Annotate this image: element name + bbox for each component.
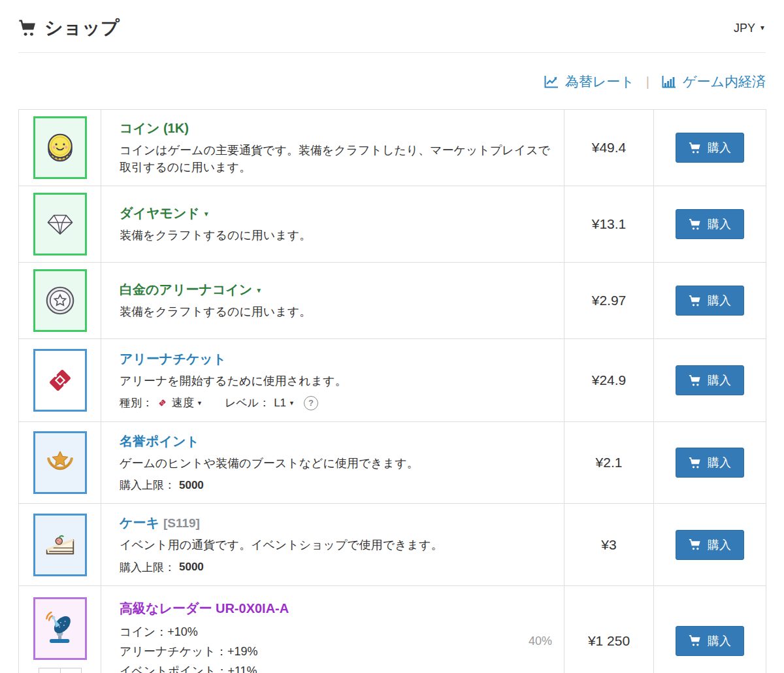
item-title-honor-points[interactable]: 名誉ポイント — [120, 433, 199, 450]
table-row-cake: ケーキ [S119] イベント用の通貨です。イベントショップで使用できます。 購… — [19, 504, 766, 586]
item-description: 装備をクラフトするのに用います。 — [120, 303, 552, 320]
buy-button-cake[interactable]: 購入 — [676, 530, 744, 560]
cart-icon — [689, 374, 701, 387]
page-title: ショップ — [18, 16, 120, 41]
shop-page: ショップ JPY ▼ 為替レート | ゲーム内経済 — [0, 0, 784, 673]
cart-icon — [689, 634, 701, 647]
shop-table: コイン (1K) コインはゲームの主要通貨です。装備をクラフトしたり、マーケット… — [18, 109, 766, 673]
buy-button-arena-ticket[interactable]: 購入 — [676, 365, 744, 395]
coin-icon — [42, 130, 78, 165]
purchase-limit: 購入上限： 5000 — [120, 478, 552, 493]
chevron-down-icon: ▼ — [759, 25, 766, 31]
item-title-diamond[interactable]: ダイヤモンド ▼ — [120, 205, 210, 222]
toolbar-separator: | — [646, 74, 649, 90]
currency-selector[interactable]: JPY ▼ — [734, 22, 766, 35]
buy-button-radar[interactable]: 購入 — [676, 626, 744, 656]
table-row-arena-ticket: アリーナチケット アリーナを開始するために使用されます。 種別： 速度 ▼ レベ… — [19, 339, 766, 422]
platinum-coin-item-image — [33, 269, 87, 332]
table-row-diamond: ダイヤモンド ▼ 装備をクラフトするのに用います。 ¥13.1 購入 — [19, 186, 766, 263]
next-button[interactable]: ▶ — [60, 668, 82, 673]
cart-icon — [689, 457, 701, 469]
exchange-rate-label: 為替レート — [565, 73, 634, 91]
table-row-coin: コイン (1K) コインはゲームの主要通貨です。装備をクラフトしたり、マーケット… — [19, 110, 766, 186]
item-price: ¥3 — [564, 504, 654, 586]
item-description: イベント用の通貨です。イベントショップで使用できます。 — [120, 536, 552, 553]
radar-item-image — [33, 597, 87, 660]
cart-icon — [689, 142, 701, 154]
chevron-down-icon: ▼ — [289, 401, 295, 406]
diamond-item-image — [33, 193, 87, 255]
item-title-radar[interactable]: 高級なレーダー UR-0X0IA-A — [120, 600, 289, 617]
table-row-honor-points: 名誉ポイント ゲームのヒントや装備のブーストなどに使用できます。 購入上限： 5… — [19, 422, 766, 504]
item-price: ¥2.1 — [564, 422, 654, 504]
chevron-down-icon: ▼ — [255, 287, 262, 294]
item-price: ¥13.1 — [564, 186, 654, 263]
limit-label: 購入上限： — [120, 560, 175, 575]
item-title-arena-ticket[interactable]: アリーナチケット — [120, 350, 226, 368]
boost-line: イベントポイント：+11% — [120, 662, 552, 673]
buy-button-platinum-coin[interactable]: 購入 — [676, 286, 744, 316]
limit-value: 5000 — [179, 561, 204, 574]
boost-line: コイン：+10% — [120, 623, 552, 642]
purchase-limit: 購入上限： 5000 — [120, 560, 552, 575]
buy-button-honor-points[interactable]: 購入 — [676, 448, 744, 478]
cake-icon — [42, 527, 78, 563]
economy-label: ゲーム内経済 — [683, 73, 766, 91]
item-meta: 種別： 速度 ▼ レベル： L1 ▼ ? — [120, 395, 552, 410]
header: ショップ JPY ▼ — [18, 0, 766, 48]
carousel-pager: ◀ ▶ — [39, 668, 82, 673]
discount-percent: 40% — [529, 634, 552, 648]
item-description: アリーナを開始するために使用されます。 — [120, 372, 552, 389]
buy-button-diamond[interactable]: 購入 — [676, 209, 744, 239]
limit-value: 5000 — [179, 479, 204, 492]
help-icon[interactable]: ? — [304, 396, 318, 410]
level-label: レベル： — [225, 395, 270, 410]
table-row-platinum-coin: 白金のアリーナコイン ▼ 装備をクラフトするのに用います。 ¥2.97 購入 — [19, 263, 766, 339]
boost-list: コイン：+10% アリーナチケット：+19% イベントポイント：+11% — [120, 623, 552, 673]
honor-points-item-image — [33, 431, 87, 494]
arena-ticket-item-image — [33, 349, 87, 412]
chevron-down-icon: ▼ — [197, 401, 203, 406]
item-description: コインはゲームの主要通貨です。装備をクラフトしたり、マーケットプレイスで取引する… — [120, 142, 552, 176]
currency-label: JPY — [734, 22, 755, 35]
ticket-icon — [42, 363, 78, 398]
kind-label: 種別： — [120, 395, 153, 410]
item-title-coin[interactable]: コイン (1K) — [120, 120, 189, 137]
item-description: ゲームのヒントや装備のブーストなどに使用できます。 — [120, 455, 552, 472]
ticket-icon — [157, 397, 168, 408]
cart-icon — [689, 538, 701, 551]
chevron-down-icon: ▼ — [203, 211, 210, 218]
economy-link[interactable]: ゲーム内経済 — [661, 73, 766, 91]
diamond-icon — [42, 206, 78, 242]
level-dropdown[interactable]: L1 ▼ — [274, 397, 295, 410]
item-price: ¥24.9 — [564, 339, 654, 422]
cart-icon — [18, 19, 37, 37]
star-coin-icon — [42, 283, 78, 318]
cart-icon — [689, 295, 701, 307]
item-price: ¥2.97 — [564, 263, 654, 339]
coin-item-image — [33, 116, 87, 179]
item-price: ¥49.4 — [564, 110, 654, 186]
prev-button[interactable]: ◀ — [39, 668, 60, 673]
radar-icon — [42, 611, 78, 646]
limit-label: 購入上限： — [120, 478, 175, 493]
item-description: 装備をクラフトするのに用います。 — [120, 227, 552, 244]
bar-chart-icon — [661, 74, 677, 90]
item-title-cake[interactable]: ケーキ — [120, 514, 159, 532]
item-price: ¥1 250 — [564, 586, 654, 673]
line-chart-icon — [544, 74, 559, 90]
cake-item-image — [33, 514, 87, 576]
boost-line: アリーナチケット：+19% — [120, 642, 552, 662]
item-code: [S119] — [163, 516, 200, 530]
table-row-radar: ◀ ▶ 高級なレーダー UR-0X0IA-A コイン：+10% アリーナチケット… — [19, 586, 766, 673]
exchange-rate-link[interactable]: 為替レート — [544, 73, 634, 91]
cart-icon — [689, 218, 701, 231]
kind-dropdown[interactable]: 速度 ▼ — [172, 395, 203, 410]
laurel-star-icon — [42, 445, 78, 480]
toolbar: 為替レート | ゲーム内経済 — [18, 53, 766, 109]
page-title-text: ショップ — [44, 16, 120, 41]
buy-button-coin[interactable]: 購入 — [676, 133, 744, 163]
item-title-platinum-coin[interactable]: 白金のアリーナコイン ▼ — [120, 281, 262, 299]
